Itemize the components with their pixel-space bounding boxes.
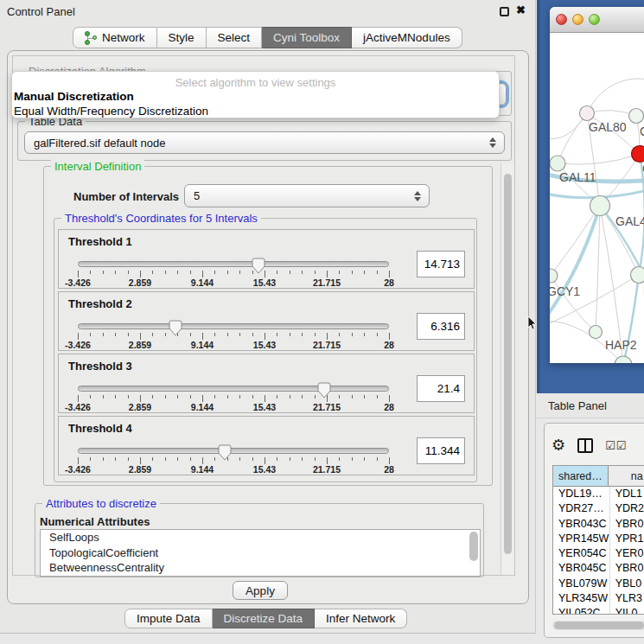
numerical-attributes-list[interactable]: SelfLoopsTopologicalCoefficientBetweenne… [40,529,481,577]
group-title: Attributes to discretize [42,497,160,510]
tab-label: Impute Data [137,612,201,625]
network-node[interactable] [632,146,644,163]
tab-network[interactable]: Network [73,27,157,48]
table-row[interactable]: YBR045CYBR0 [553,561,644,576]
tick-mark [364,333,365,336]
apply-button[interactable]: Apply [233,581,288,600]
tick-mark [128,271,129,274]
network-edge [596,206,600,332]
threshold-value-field[interactable]: 21.4 [417,375,465,402]
minimize-traffic-light[interactable] [572,14,583,25]
tick-mark [352,395,353,399]
tick-mark [78,333,79,340]
tick-mark [352,271,353,274]
tab-style[interactable]: Style [157,27,207,48]
table-body: YDL19…YDL1YDR27…YDR2YBR043CYBR0YPR145WYP… [553,487,644,615]
column-header-shared-name[interactable]: shared… [553,466,609,486]
tick-mark [302,457,303,461]
close-traffic-light[interactable] [556,14,567,25]
list-vertical-scrollbar[interactable] [469,532,478,561]
number-of-intervals-combobox[interactable]: 5 [184,184,430,207]
network-node[interactable] [550,269,558,283]
tab-label: Select [218,31,251,44]
network-node[interactable] [550,156,565,171]
control-panel-window: Control Panel ✖ Network Style Select Cyn… [0,0,536,634]
tick-label: 15.43 [253,464,276,475]
attribute-list-item[interactable]: BetweennessCentrality [41,560,480,576]
network-node[interactable] [631,267,644,284]
threshold-slider[interactable] [78,323,389,329]
attribute-list-item[interactable]: TopologicalCoefficient [41,545,480,561]
scrollbar-thumb[interactable] [554,622,644,629]
network-node[interactable] [590,326,603,339]
tab-cyni-toolbox[interactable]: Cyni Toolbox [262,27,352,48]
network-node[interactable] [615,356,632,363]
tick-mark [252,395,253,399]
table-row[interactable]: YIL052CYIL0 [553,606,644,615]
tab-discretize-data[interactable]: Discretize Data [213,609,316,628]
table-toolbar: ⚙ ☑☑ [552,430,644,460]
network-node[interactable] [629,109,644,124]
network-edge [558,113,587,163]
gear-icon[interactable]: ⚙ [552,437,565,453]
tab-jactivemnodules[interactable]: jActiveMNodules [352,27,462,48]
threshold-slider[interactable] [78,261,389,267]
tick-mark [103,333,104,336]
slider-tick-labels: -3.4262.8599.14415.4321.71528 [78,277,389,288]
tick-mark [202,395,203,402]
tab-select[interactable]: Select [207,27,263,48]
tick-mark [364,457,365,461]
table-row[interactable]: YLR345WYLR3 [553,591,644,606]
network-canvas[interactable]: GAL80GCGAL11GAL4GCY1HHAP2 [550,34,644,363]
tick-mark [227,271,228,274]
table-row[interactable]: YDL19…YDL1 [553,487,644,501]
tick-mark [339,395,340,399]
table-panel: ⚙ ☑☑ shared… na YDL19…YDL1YDR27…YDR2YBR0… [544,423,644,638]
table-data-selected-value: galFiltered.sif default node [34,137,165,150]
tick-mark [128,333,129,336]
tick-mark [327,271,328,277]
table-row[interactable]: YER054CYER0 [553,546,644,561]
checkboxes-icon[interactable]: ☑☑ [605,439,627,452]
network-node[interactable] [580,106,595,121]
tick-mark [214,333,215,336]
tick-mark [152,333,153,336]
cell-shared-name: YIL052C [553,606,610,615]
attribute-list-item[interactable]: SelfLoops [41,530,480,545]
tick-label: 15.43 [253,402,276,412]
table-row[interactable]: YDR27…YDR2 [553,501,644,516]
tick-label: -3.426 [65,402,91,412]
popup-option-manual-discretization[interactable]: Manual Discretization [12,89,499,104]
threshold-slider[interactable] [78,448,389,454]
tick-mark [327,333,328,340]
columns-icon[interactable] [577,438,593,453]
network-node-label: GAL11 [559,170,596,184]
close-icon[interactable]: ✖ [516,3,526,16]
tab-infer-network[interactable]: Infer Network [315,609,407,628]
window-title: Control Panel [7,5,75,18]
table-row[interactable]: YBL079WYBL0 [553,577,644,591]
tick-mark [265,271,265,277]
scrollbar-thumb[interactable] [504,174,512,554]
table-row[interactable]: YBR043CYBR0 [553,517,644,532]
tick-mark [214,457,215,461]
network-node[interactable] [590,196,610,216]
top-tab-bar: Network Style Select Cyni Toolbox jActiv… [73,27,462,48]
table-data-combobox[interactable]: galFiltered.sif default node [24,131,505,154]
threshold-slider[interactable] [78,386,389,392]
table-row[interactable]: YPR145WYPR1 [553,532,644,546]
mouse-cursor [527,316,538,330]
threshold-value-field[interactable]: 11.344 [417,437,465,464]
zoom-traffic-light[interactable] [589,14,600,25]
threshold-value-field[interactable]: 14.713 [417,251,465,277]
tab-impute-data[interactable]: Impute Data [124,609,213,628]
column-header-name[interactable]: na [609,466,644,486]
tick-label: 15.43 [253,340,276,350]
table-horizontal-scrollbar[interactable] [552,621,644,630]
threshold-value-field[interactable]: 6.316 [417,313,465,340]
tab-label: jActiveMNodules [363,31,450,44]
float-window-icon[interactable] [500,7,509,16]
panel-vertical-scrollbar[interactable] [501,163,513,575]
popup-option-equal-width-frequency[interactable]: Equal Width/Frequency Discretization [12,104,499,118]
tick-mark [140,395,141,402]
